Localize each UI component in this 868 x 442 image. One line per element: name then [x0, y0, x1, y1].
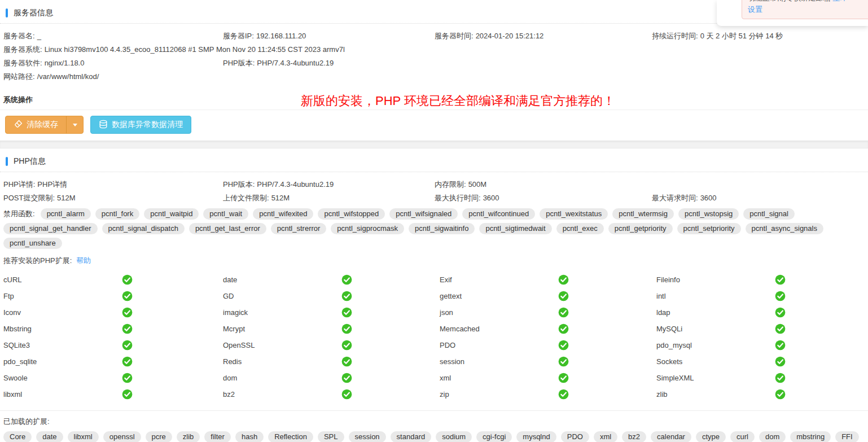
check-ok-icon	[775, 274, 786, 285]
extension-name: GD	[223, 292, 234, 300]
extension-name: Fileinfo	[656, 275, 680, 284]
loaded-extension-tag: pcre	[146, 431, 172, 442]
php-extension-item: Mbstring	[3, 323, 223, 334]
check-ok-icon	[558, 307, 569, 318]
php-version-field: PHP版本:PHP/7.4.3-4ubuntu2.19	[223, 56, 435, 70]
disabled-function-tag: pcntl_wifstopped	[318, 208, 385, 220]
disabled-function-tag: pcntl_get_last_error	[189, 223, 266, 234]
notification-card: 功能正常,请尽快绑定邮箱 立即 设置	[717, 0, 868, 26]
clear-cache-dropdown-toggle[interactable]	[66, 116, 83, 133]
loaded-extension-tag: date	[36, 431, 63, 442]
settings-link[interactable]: 设置	[748, 5, 762, 14]
loaded-extension-tag: cgi-fcgi	[476, 431, 512, 442]
clear-cache-split-button: 清除缓存	[5, 116, 84, 134]
disabled-function-tag: pcntl_wexitstatus	[540, 208, 608, 220]
extension-name: Mcrypt	[223, 325, 245, 333]
loaded-extension-tag: FFI	[835, 431, 859, 442]
php-extension-item: pdo_mysql	[656, 340, 868, 351]
check-ok-icon	[558, 274, 569, 285]
db-clean-button[interactable]: 数据库异常数据清理	[90, 116, 191, 134]
setup-now-link[interactable]: 立即	[832, 0, 847, 2]
check-ok-icon	[775, 356, 786, 367]
loaded-extension-tag: xml	[594, 431, 617, 442]
loaded-extension-tag: dom	[759, 431, 786, 442]
php-extension-item: bz2	[223, 389, 440, 400]
extension-name: Ftp	[3, 292, 14, 300]
php-extension-grid: cURL date Exif Fileinfo Ftp	[0, 267, 868, 405]
check-ok-icon	[775, 291, 786, 301]
extension-name: zlib	[656, 390, 668, 399]
php-extension-item: Swoole	[3, 373, 223, 383]
loaded-extension-tag: zlib	[177, 431, 200, 442]
database-icon	[99, 120, 108, 130]
section-separator	[0, 141, 868, 148]
disabled-function-tag: pcntl_signal_dispatch	[102, 223, 185, 234]
check-ok-icon	[341, 373, 352, 383]
check-ok-icon	[341, 274, 352, 285]
server-info-grid: 服务器名:_ 服务器IP:192.168.111.20 服务器时间:2024-0…	[0, 24, 868, 84]
server-time-field: 服务器时间:2024-01-20 15:21:12	[435, 29, 652, 43]
check-ok-icon	[558, 373, 569, 383]
extension-name: bz2	[223, 390, 235, 399]
check-ok-icon	[341, 389, 352, 400]
clear-cache-button[interactable]: 清除缓存	[6, 116, 66, 133]
loaded-extensions-section: 已加载的扩展: Coredatelibxmlopensslpcrezlibfil…	[0, 410, 868, 442]
php-extension-item: Ftp	[3, 291, 223, 301]
loaded-extension-tag: PDO	[561, 431, 589, 442]
loaded-extension-tag: mbstring	[790, 431, 831, 442]
php-extension-item: Iconv	[3, 307, 223, 318]
php-extension-item: dom	[223, 373, 440, 383]
section-title: PHP信息	[14, 156, 46, 167]
check-ok-icon	[341, 307, 352, 318]
php-extension-item: pdo_sqlite	[3, 356, 223, 367]
loaded-extension-tag: filter	[204, 431, 231, 442]
section-title: 服务器信息	[14, 8, 53, 18]
check-ok-icon	[341, 291, 352, 301]
alert-text: 功能正常,请尽快绑定邮箱 立即	[748, 0, 868, 4]
disabled-function-tag: pcntl_wait	[203, 208, 248, 220]
loaded-extension-tag: openssl	[103, 431, 141, 442]
disabled-function-tag: pcntl_wifcontinued	[462, 208, 535, 220]
recommended-label: 推荐安装的PHP扩展:	[3, 256, 72, 265]
check-ok-icon	[558, 340, 569, 351]
disabled-function-tag: pcntl_wifexited	[253, 208, 313, 220]
alert-settings-line: 设置	[748, 4, 868, 15]
red-annotation-text: 新版的安装，PHP 环境已经全部编译和满足官方推荐的！	[301, 93, 615, 110]
extension-name: Memcached	[440, 325, 480, 333]
max-request-time-field: 最大请求时间:3600	[652, 191, 868, 205]
extension-name: OpenSSL	[223, 341, 255, 349]
server-software-field: 服务器软件:nginx/1.18.0	[3, 56, 223, 70]
extension-name: Iconv	[3, 308, 21, 317]
php-extension-item: libxml	[3, 389, 223, 400]
php-info-section: PHP信息 PHP详情:PHP详情 PHP版本:PHP/7.4.3-4ubunt…	[0, 148, 868, 442]
memory-limit-field: 内存限制:500M	[435, 178, 652, 191]
check-ok-icon	[775, 389, 786, 400]
help-link[interactable]: 帮助	[76, 256, 91, 265]
max-exec-time-field: 最大执行时间:3600	[435, 191, 652, 205]
extension-name: date	[223, 275, 237, 284]
info-row: PHP详情:PHP详情 PHP版本:PHP/7.4.3-4ubuntu2.19 …	[3, 178, 868, 191]
recommended-extensions-label-row: 推荐安装的PHP扩展: 帮助	[0, 250, 868, 267]
disabled-function-tag: pcntl_sigwaitinfo	[409, 223, 475, 234]
check-ok-icon	[122, 323, 133, 334]
extension-name: intl	[656, 292, 666, 300]
loaded-extension-tag: libxml	[68, 431, 99, 442]
extension-name: pdo_mysql	[656, 341, 692, 349]
check-ok-icon	[122, 274, 133, 285]
web-path-field: 网站路径:/var/www/html/kod/	[3, 70, 868, 84]
check-ok-icon	[775, 323, 786, 334]
check-ok-icon	[558, 291, 569, 301]
post-limit-field: POST提交限制:512M	[3, 191, 223, 205]
disabled-functions-row: 禁用函数: pcntl_alarmpcntl_forkpcntl_waitpid…	[0, 205, 868, 250]
disabled-function-tag: pcntl_strerror	[271, 223, 327, 234]
check-ok-icon	[558, 356, 569, 367]
disabled-function-tag: pcntl_sigprocmask	[331, 223, 404, 234]
loaded-extensions-label: 已加载的扩展:	[3, 417, 868, 427]
check-ok-icon	[775, 373, 786, 383]
php-detail-link[interactable]: PHP详情	[37, 180, 67, 189]
disabled-function-tag: pcntl_exec	[556, 223, 604, 234]
check-ok-icon	[775, 340, 786, 351]
php-extension-item: date	[223, 274, 440, 285]
extension-name: MySQLi	[656, 325, 682, 333]
disabled-functions-label: 禁用函数:	[3, 209, 35, 219]
